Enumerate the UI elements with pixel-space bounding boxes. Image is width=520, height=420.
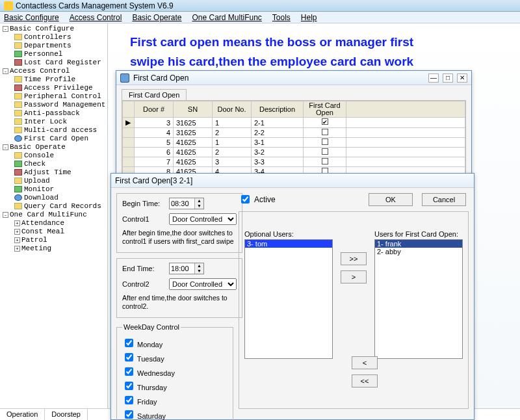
col-desc[interactable]: Description [252, 101, 304, 118]
tree-node[interactable]: Lost Card Register [1, 59, 106, 67]
tree-node[interactable]: -Access Control [1, 67, 106, 75]
weekday-group: WeekDay Control Monday Tuesday Wednesday… [116, 323, 233, 420]
tree-node[interactable]: Anti-passback [1, 109, 106, 118]
tree-node[interactable]: Check [1, 160, 106, 168]
end-time-group: End Time: ▲▼ Control2 Door Controlled Af… [116, 258, 242, 318]
tree-node[interactable]: +Patrol [1, 236, 106, 244]
table-row[interactable]: ▶33162512-1 [123, 118, 465, 128]
control2-select[interactable]: Door Controlled [169, 278, 237, 290]
move-right-button[interactable]: > [341, 270, 367, 283]
spin-down-icon[interactable]: ▼ [194, 203, 203, 209]
app-title: Contactless Cards Management System V6.9 [16, 1, 174, 10]
tree-node[interactable]: Controllers [1, 33, 106, 42]
tree-node[interactable]: Multi-card access [1, 126, 106, 135]
col-sn[interactable]: SN [174, 101, 213, 118]
tree-node[interactable]: +Const Meal [1, 228, 106, 236]
assigned-users-list[interactable]: 1- frank2- abby [374, 239, 463, 359]
col-door[interactable]: Door # [135, 101, 174, 118]
tree-node[interactable]: Console [1, 151, 106, 160]
close-icon[interactable]: ✕ [457, 73, 467, 83]
annotation-text: First card open means the boss or manage… [130, 33, 413, 72]
control1-select[interactable]: Door Controlled [169, 213, 237, 225]
optional-users-list[interactable]: 3- tom [244, 239, 333, 359]
move-all-left-button[interactable]: << [352, 374, 378, 387]
end-time-label: End Time: [122, 265, 165, 272]
table-row[interactable]: 74162533-3 [123, 157, 465, 167]
table-row[interactable]: 54162513-1 [123, 138, 465, 148]
window-first-card-open-dialog: First Card Open[3 2-1] Begin Time: ▲▼ Co… [110, 173, 474, 420]
begin-time-value[interactable] [170, 200, 194, 207]
window-title: First Card Open [133, 73, 188, 83]
optional-users-label: Optional Users: [244, 230, 333, 238]
tree-node[interactable]: Peripheral Control [1, 92, 106, 101]
spin-up-icon[interactable]: ▲ [194, 198, 203, 203]
tree-node[interactable]: Time Profile [1, 75, 106, 84]
dialog-titlebar[interactable]: First Card Open[3 2-1] [111, 174, 474, 188]
tree-node[interactable]: +Meeting [1, 244, 106, 253]
minimize-icon[interactable]: — [428, 73, 439, 83]
table-row[interactable]: 43162522-2 [123, 128, 465, 138]
begin-time-input[interactable]: ▲▼ [169, 198, 204, 209]
active-label: Active [254, 195, 276, 204]
menu-tools[interactable]: Tools [272, 13, 291, 22]
tree-node[interactable]: Departments [1, 42, 106, 50]
control2-label: Control2 [122, 280, 165, 288]
spin-down-icon[interactable]: ▼ [194, 269, 203, 274]
col-tail [346, 101, 465, 118]
assigned-users-label: Users for First Card Open: [374, 230, 463, 238]
begin-time-group: Begin Time: ▲▼ Control1 Door Controlled … [116, 193, 242, 253]
tree-node[interactable]: Monitor [1, 185, 106, 194]
col-fco[interactable]: First CardOpen [304, 101, 346, 118]
weekday-checkbox[interactable]: Saturday [122, 408, 228, 420]
move-left-button[interactable]: < [352, 356, 378, 369]
navigation-tree: -Basic ConfigureControllersDepartmentsPe… [0, 23, 108, 408]
tree-node[interactable]: +Attendance [1, 219, 106, 228]
col-rowheader [123, 101, 135, 118]
tab-operation[interactable]: Operation [0, 409, 45, 420]
active-checkbox[interactable] [241, 195, 250, 203]
tree-node[interactable]: Download [1, 194, 106, 202]
weekday-checkbox[interactable]: Thursday [122, 380, 228, 392]
weekday-checkbox[interactable]: Wednesday [122, 365, 228, 378]
tree-node[interactable]: Query Card Records [1, 202, 106, 211]
maximize-icon[interactable]: □ [443, 73, 453, 83]
menu-basic-configure[interactable]: Basic Configure [4, 13, 59, 22]
move-all-right-button[interactable]: >> [341, 252, 367, 265]
tree-node[interactable]: Password Management [1, 101, 106, 109]
doors-table[interactable]: Door # SN Door No. Description First Car… [122, 100, 466, 177]
window-icon [120, 73, 129, 83]
tree-node[interactable]: Upload [1, 177, 106, 185]
spin-up-icon[interactable]: ▲ [194, 263, 203, 269]
tree-node[interactable]: -Basic Configure [1, 25, 106, 33]
menu-access-control[interactable]: Access Control [70, 13, 122, 22]
tree-node[interactable]: Adjust Time [1, 168, 106, 177]
list-item[interactable]: 3- tom [245, 240, 332, 248]
tab-first-card-open[interactable]: First Card Open [122, 89, 187, 100]
table-row[interactable]: 64162523-2 [123, 148, 465, 157]
end-time-input[interactable]: ▲▼ [169, 263, 204, 274]
tab-doorstep[interactable]: Doorstep [45, 409, 88, 420]
list-item[interactable]: 2- abby [375, 248, 462, 256]
end-time-value[interactable] [170, 265, 194, 272]
menu-basic-operate[interactable]: Basic Operate [132, 13, 181, 22]
menu-help[interactable]: Help [301, 13, 317, 22]
weekday-checkbox[interactable]: Friday [122, 394, 228, 406]
tree-node[interactable]: Access Privilege [1, 84, 106, 92]
cancel-button[interactable]: Cancel [422, 193, 466, 206]
app-titlebar: Contactless Cards Management System V6.9 [0, 0, 520, 12]
tree-node[interactable]: -One Card MultiFunc [1, 211, 106, 219]
tree-node[interactable]: -Basic Operate [1, 143, 106, 151]
window-titlebar[interactable]: First Card Open — □ ✕ [116, 71, 471, 85]
tree-node[interactable]: Personnel [1, 50, 106, 59]
tree-node[interactable]: First Card Open [1, 135, 106, 143]
ok-button[interactable]: OK [369, 193, 413, 206]
menu-one-card-multifunc[interactable]: One Card MultiFunc [192, 13, 261, 22]
weekday-checkbox[interactable]: Tuesday [122, 351, 228, 363]
list-item[interactable]: 1- frank [375, 240, 462, 248]
col-doorno[interactable]: Door No. [213, 101, 252, 118]
window-first-card-open-list: First Card Open — □ ✕ First Card Open Do… [116, 70, 472, 174]
dialog-title: First Card Open[3 2-1] [115, 176, 192, 185]
weekday-checkbox[interactable]: Monday [122, 337, 228, 349]
begin-time-label: Begin Time: [122, 200, 165, 207]
tree-node[interactable]: Inter Lock [1, 118, 106, 126]
